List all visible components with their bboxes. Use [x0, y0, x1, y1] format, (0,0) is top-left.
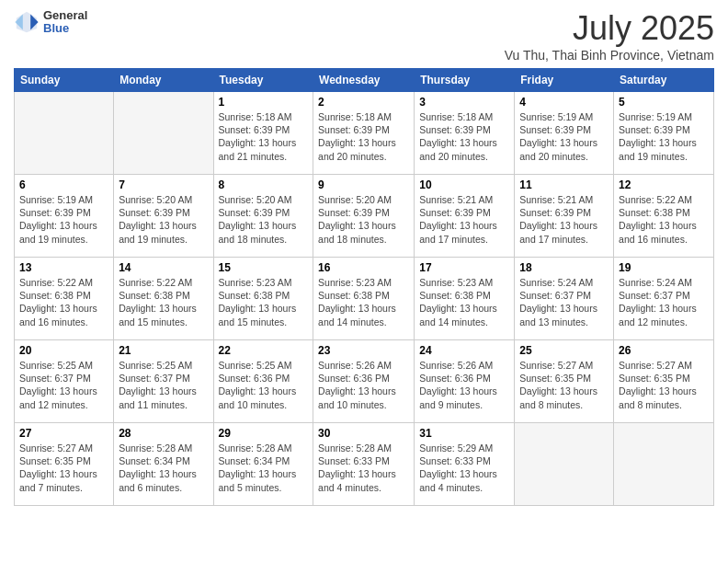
- day-number: 26: [619, 344, 709, 357]
- day-info: Sunrise: 5:18 AM Sunset: 6:39 PM Dayligh…: [419, 110, 509, 163]
- calendar-cell: 4Sunrise: 5:19 AM Sunset: 6:39 PM Daylig…: [515, 92, 614, 175]
- day-info: Sunrise: 5:26 AM Sunset: 6:36 PM Dayligh…: [419, 359, 509, 411]
- weekday-header: Friday: [515, 69, 614, 92]
- day-info: Sunrise: 5:19 AM Sunset: 6:39 PM Dayligh…: [619, 110, 709, 163]
- day-info: Sunrise: 5:22 AM Sunset: 6:38 PM Dayligh…: [19, 276, 108, 328]
- calendar-cell: 27Sunrise: 5:27 AM Sunset: 6:35 PM Dayli…: [15, 423, 114, 506]
- calendar-table: SundayMondayTuesdayWednesdayThursdayFrid…: [14, 68, 714, 506]
- day-number: 28: [119, 427, 208, 440]
- weekday-header: Sunday: [15, 69, 114, 92]
- day-number: 20: [19, 344, 108, 357]
- day-info: Sunrise: 5:24 AM Sunset: 6:37 PM Dayligh…: [519, 276, 609, 328]
- calendar-cell: 10Sunrise: 5:21 AM Sunset: 6:39 PM Dayli…: [415, 175, 515, 258]
- calendar-cell: 15Sunrise: 5:23 AM Sunset: 6:38 PM Dayli…: [213, 258, 313, 340]
- day-info: Sunrise: 5:23 AM Sunset: 6:38 PM Dayligh…: [318, 276, 409, 328]
- day-info: Sunrise: 5:29 AM Sunset: 6:33 PM Dayligh…: [419, 442, 509, 494]
- day-number: 8: [219, 178, 309, 191]
- calendar-cell: [614, 423, 714, 506]
- day-number: 5: [619, 96, 709, 109]
- calendar-week-row: 1Sunrise: 5:18 AM Sunset: 6:39 PM Daylig…: [15, 92, 714, 175]
- calendar-cell: 31Sunrise: 5:29 AM Sunset: 6:33 PM Dayli…: [415, 423, 515, 506]
- day-number: 2: [318, 96, 409, 109]
- day-number: 30: [318, 427, 409, 440]
- calendar-cell: 13Sunrise: 5:22 AM Sunset: 6:38 PM Dayli…: [15, 258, 114, 340]
- weekday-header: Saturday: [614, 69, 714, 92]
- day-info: Sunrise: 5:18 AM Sunset: 6:39 PM Dayligh…: [318, 110, 409, 163]
- day-number: 24: [419, 344, 509, 357]
- day-info: Sunrise: 5:25 AM Sunset: 6:37 PM Dayligh…: [119, 359, 208, 411]
- day-info: Sunrise: 5:22 AM Sunset: 6:38 PM Dayligh…: [619, 193, 709, 246]
- weekday-header: Wednesday: [313, 69, 415, 92]
- calendar-cell: [515, 423, 614, 506]
- subtitle: Vu Thu, Thai Binh Province, Vietnam: [505, 48, 714, 63]
- day-number: 12: [619, 178, 709, 191]
- weekday-header: Monday: [114, 69, 213, 92]
- day-info: Sunrise: 5:21 AM Sunset: 6:39 PM Dayligh…: [519, 193, 609, 246]
- calendar-cell: 12Sunrise: 5:22 AM Sunset: 6:38 PM Dayli…: [614, 175, 714, 258]
- day-info: Sunrise: 5:26 AM Sunset: 6:36 PM Dayligh…: [318, 359, 409, 411]
- calendar-cell: 21Sunrise: 5:25 AM Sunset: 6:37 PM Dayli…: [114, 340, 213, 423]
- weekday-header: Tuesday: [213, 69, 313, 92]
- calendar-cell: 7Sunrise: 5:20 AM Sunset: 6:39 PM Daylig…: [114, 175, 213, 258]
- day-info: Sunrise: 5:19 AM Sunset: 6:39 PM Dayligh…: [519, 110, 609, 163]
- calendar-cell: 20Sunrise: 5:25 AM Sunset: 6:37 PM Dayli…: [15, 340, 114, 423]
- day-info: Sunrise: 5:28 AM Sunset: 6:33 PM Dayligh…: [318, 442, 409, 494]
- calendar-cell: 16Sunrise: 5:23 AM Sunset: 6:38 PM Dayli…: [313, 258, 415, 340]
- day-info: Sunrise: 5:18 AM Sunset: 6:39 PM Dayligh…: [219, 110, 309, 163]
- day-info: Sunrise: 5:25 AM Sunset: 6:37 PM Dayligh…: [19, 359, 108, 411]
- calendar-cell: [114, 92, 213, 175]
- day-number: 22: [219, 344, 309, 357]
- day-info: Sunrise: 5:20 AM Sunset: 6:39 PM Dayligh…: [119, 193, 208, 246]
- day-info: Sunrise: 5:27 AM Sunset: 6:35 PM Dayligh…: [619, 359, 709, 411]
- day-info: Sunrise: 5:28 AM Sunset: 6:34 PM Dayligh…: [119, 442, 208, 494]
- day-number: 23: [318, 344, 409, 357]
- calendar-cell: 5Sunrise: 5:19 AM Sunset: 6:39 PM Daylig…: [614, 92, 714, 175]
- day-info: Sunrise: 5:23 AM Sunset: 6:38 PM Dayligh…: [219, 276, 309, 328]
- day-number: 25: [519, 344, 609, 357]
- month-title: July 2025: [505, 9, 714, 48]
- calendar-cell: [15, 92, 114, 175]
- logo: General Blue: [14, 9, 87, 36]
- day-info: Sunrise: 5:25 AM Sunset: 6:36 PM Dayligh…: [219, 359, 309, 411]
- calendar-cell: 1Sunrise: 5:18 AM Sunset: 6:39 PM Daylig…: [213, 92, 313, 175]
- day-number: 13: [19, 261, 108, 274]
- day-number: 1: [219, 96, 309, 109]
- calendar-cell: 29Sunrise: 5:28 AM Sunset: 6:34 PM Dayli…: [213, 423, 313, 506]
- calendar-week-row: 27Sunrise: 5:27 AM Sunset: 6:35 PM Dayli…: [15, 423, 714, 506]
- day-number: 4: [519, 96, 609, 109]
- day-number: 6: [19, 178, 108, 191]
- day-number: 19: [619, 261, 709, 274]
- day-number: 16: [318, 261, 409, 274]
- header: General Blue July 2025 Vu Thu, Thai Binh…: [14, 9, 714, 63]
- weekday-header: Thursday: [415, 69, 515, 92]
- calendar-cell: 14Sunrise: 5:22 AM Sunset: 6:38 PM Dayli…: [114, 258, 213, 340]
- calendar-cell: 17Sunrise: 5:23 AM Sunset: 6:38 PM Dayli…: [415, 258, 515, 340]
- day-info: Sunrise: 5:27 AM Sunset: 6:35 PM Dayligh…: [19, 442, 108, 494]
- calendar-header-row: SundayMondayTuesdayWednesdayThursdayFrid…: [15, 69, 714, 92]
- calendar-week-row: 20Sunrise: 5:25 AM Sunset: 6:37 PM Dayli…: [15, 340, 714, 423]
- day-number: 10: [419, 178, 509, 191]
- calendar-cell: 9Sunrise: 5:20 AM Sunset: 6:39 PM Daylig…: [313, 175, 415, 258]
- calendar-cell: 3Sunrise: 5:18 AM Sunset: 6:39 PM Daylig…: [415, 92, 515, 175]
- calendar-cell: 6Sunrise: 5:19 AM Sunset: 6:39 PM Daylig…: [15, 175, 114, 258]
- calendar-cell: 28Sunrise: 5:28 AM Sunset: 6:34 PM Dayli…: [114, 423, 213, 506]
- day-number: 18: [519, 261, 609, 274]
- calendar-cell: 23Sunrise: 5:26 AM Sunset: 6:36 PM Dayli…: [313, 340, 415, 423]
- day-info: Sunrise: 5:23 AM Sunset: 6:38 PM Dayligh…: [419, 276, 509, 328]
- day-number: 7: [119, 178, 208, 191]
- calendar-cell: 18Sunrise: 5:24 AM Sunset: 6:37 PM Dayli…: [515, 258, 614, 340]
- calendar-week-row: 6Sunrise: 5:19 AM Sunset: 6:39 PM Daylig…: [15, 175, 714, 258]
- calendar-cell: 2Sunrise: 5:18 AM Sunset: 6:39 PM Daylig…: [313, 92, 415, 175]
- title-area: July 2025 Vu Thu, Thai Binh Province, Vi…: [505, 9, 714, 63]
- calendar-cell: 22Sunrise: 5:25 AM Sunset: 6:36 PM Dayli…: [213, 340, 313, 423]
- calendar-cell: 8Sunrise: 5:20 AM Sunset: 6:39 PM Daylig…: [213, 175, 313, 258]
- day-number: 29: [219, 427, 309, 440]
- day-info: Sunrise: 5:21 AM Sunset: 6:39 PM Dayligh…: [419, 193, 509, 246]
- calendar-cell: 19Sunrise: 5:24 AM Sunset: 6:37 PM Dayli…: [614, 258, 714, 340]
- day-number: 17: [419, 261, 509, 274]
- logo-text: General Blue: [43, 9, 87, 36]
- calendar-week-row: 13Sunrise: 5:22 AM Sunset: 6:38 PM Dayli…: [15, 258, 714, 340]
- day-number: 11: [519, 178, 609, 191]
- calendar-cell: 26Sunrise: 5:27 AM Sunset: 6:35 PM Dayli…: [614, 340, 714, 423]
- day-number: 9: [318, 178, 409, 191]
